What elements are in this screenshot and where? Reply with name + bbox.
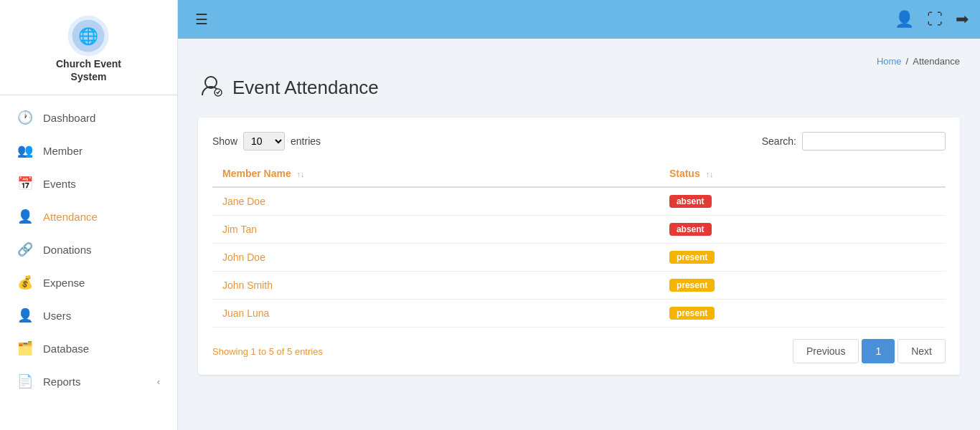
- cell-status: present: [659, 244, 946, 272]
- show-entries-control: Show 10 25 50 100 entries: [212, 132, 321, 150]
- content-area: Home / Attendance Event Attendance Show: [178, 39, 980, 430]
- pagination: Previous 1 Next: [793, 339, 946, 363]
- expand-icon[interactable]: ⛶: [927, 10, 943, 29]
- cell-member-name: Juan Luna: [212, 300, 659, 328]
- sidebar-item-member[interactable]: 👥 Member: [0, 134, 177, 167]
- status-badge: present: [669, 279, 715, 292]
- logo-icon: 🌐: [67, 14, 110, 57]
- table-row: Jane Doeabsent: [212, 187, 946, 216]
- member-icon: 👥: [17, 143, 33, 158]
- show-label: Show: [212, 135, 237, 147]
- search-input[interactable]: [802, 132, 946, 150]
- breadcrumb-separator: /: [906, 56, 909, 67]
- cell-status: present: [659, 300, 946, 328]
- sidebar-item-expense[interactable]: 💰 Expense: [0, 266, 177, 299]
- donations-icon: 🔗: [17, 242, 33, 257]
- sidebar-label-reports: Reports: [43, 376, 147, 388]
- status-badge: present: [669, 307, 715, 320]
- col-status[interactable]: Status ↑↓: [659, 161, 946, 187]
- table-row: John Doepresent: [212, 244, 946, 272]
- cell-status: absent: [659, 216, 946, 244]
- svg-text:🌐: 🌐: [78, 27, 99, 46]
- sidebar-label-expense: Expense: [43, 277, 160, 289]
- showing-text: Showing 1 to 5 of 5 entries: [212, 346, 323, 357]
- logout-icon[interactable]: ➡: [956, 10, 969, 29]
- table-footer: Showing 1 to 5 of 5 entries Previous 1 N…: [212, 339, 946, 363]
- sidebar-label-member: Member: [43, 145, 160, 157]
- page-title: Event Attendance: [232, 77, 379, 99]
- breadcrumb: Home / Attendance: [198, 56, 960, 67]
- entries-label: entries: [291, 135, 321, 147]
- sidebar-item-dashboard[interactable]: 🕐 Dashboard: [0, 101, 177, 134]
- table-body: Jane DoeabsentJim TanabsentJohn Doeprese…: [212, 187, 946, 328]
- reports-icon: 📄: [17, 373, 33, 389]
- table-row: Juan Lunapresent: [212, 300, 946, 328]
- sidebar-label-dashboard: Dashboard: [43, 112, 160, 124]
- cell-member-name: John Smith: [212, 272, 659, 300]
- table-card: Show 10 25 50 100 entries Search:: [198, 118, 960, 375]
- database-icon: 🗂️: [17, 340, 33, 356]
- users-icon: 👤: [17, 307, 33, 323]
- cell-status: present: [659, 272, 946, 300]
- page-title-row: Event Attendance: [198, 72, 960, 103]
- sidebar-item-attendance[interactable]: 👤 Attendance: [0, 200, 177, 233]
- table-row: John Smithpresent: [212, 272, 946, 300]
- user-circle-icon[interactable]: 👤: [895, 10, 914, 29]
- table-header-row: Member Name ↑↓ Status ↑↓: [212, 161, 946, 187]
- previous-button[interactable]: Previous: [793, 339, 859, 363]
- sidebar-item-events[interactable]: 📅 Events: [0, 167, 177, 200]
- sidebar-item-reports[interactable]: 📄 Reports ‹: [0, 365, 177, 398]
- status-badge: absent: [669, 195, 712, 208]
- sidebar-logo-text: Church EventSystem: [56, 57, 121, 83]
- topbar-icons: 👤 ⛶ ➡: [895, 10, 969, 29]
- sort-status-icon: ↑↓: [706, 170, 714, 178]
- col-member-name[interactable]: Member Name ↑↓: [212, 161, 659, 187]
- search-row: Search:: [762, 132, 946, 150]
- topbar: ☰ 👤 ⛶ ➡: [178, 0, 980, 39]
- controls-row: Show 10 25 50 100 entries Search:: [212, 132, 946, 150]
- sidebar-label-attendance: Attendance: [43, 211, 160, 223]
- page-1-button[interactable]: 1: [862, 339, 895, 363]
- sidebar-divider: [0, 95, 177, 95]
- search-label: Search:: [762, 135, 796, 147]
- reports-arrow-icon: ‹: [157, 376, 160, 387]
- sidebar-item-users[interactable]: 👤 Users: [0, 299, 177, 332]
- sidebar-label-users: Users: [43, 310, 160, 322]
- breadcrumb-home[interactable]: Home: [877, 56, 902, 67]
- status-badge: absent: [669, 223, 712, 236]
- sidebar-label-events: Events: [43, 178, 160, 190]
- cell-member-name: Jim Tan: [212, 216, 659, 244]
- next-button[interactable]: Next: [897, 339, 946, 363]
- breadcrumb-current: Attendance: [913, 56, 960, 67]
- entries-select[interactable]: 10 25 50 100: [243, 132, 285, 150]
- main-panel: ☰ 👤 ⛶ ➡ Home / Attendance Eve: [178, 0, 980, 430]
- sidebar-logo: 🌐 Church EventSystem: [56, 7, 121, 95]
- cell-status: absent: [659, 187, 946, 216]
- sidebar-item-donations[interactable]: 🔗 Donations: [0, 233, 177, 266]
- sidebar: 🌐 Church EventSystem 🕐 Dashboard 👥 Membe…: [0, 0, 178, 430]
- expense-icon: 💰: [17, 274, 33, 290]
- sidebar-label-donations: Donations: [43, 244, 160, 256]
- page-title-icon: [198, 72, 224, 103]
- sort-member-name-icon: ↑↓: [297, 170, 305, 178]
- events-icon: 📅: [17, 176, 33, 191]
- cell-member-name: Jane Doe: [212, 187, 659, 216]
- status-badge: present: [669, 251, 715, 264]
- sidebar-item-database[interactable]: 🗂️ Database: [0, 332, 177, 365]
- sidebar-label-database: Database: [43, 343, 160, 355]
- table-row: Jim Tanabsent: [212, 216, 946, 244]
- cell-member-name: John Doe: [212, 244, 659, 272]
- dashboard-icon: 🕐: [17, 110, 33, 125]
- attendance-table: Member Name ↑↓ Status ↑↓ Jane DoeabsentJ…: [212, 161, 946, 328]
- attendance-icon: 👤: [17, 209, 33, 224]
- hamburger-button[interactable]: ☰: [189, 8, 214, 31]
